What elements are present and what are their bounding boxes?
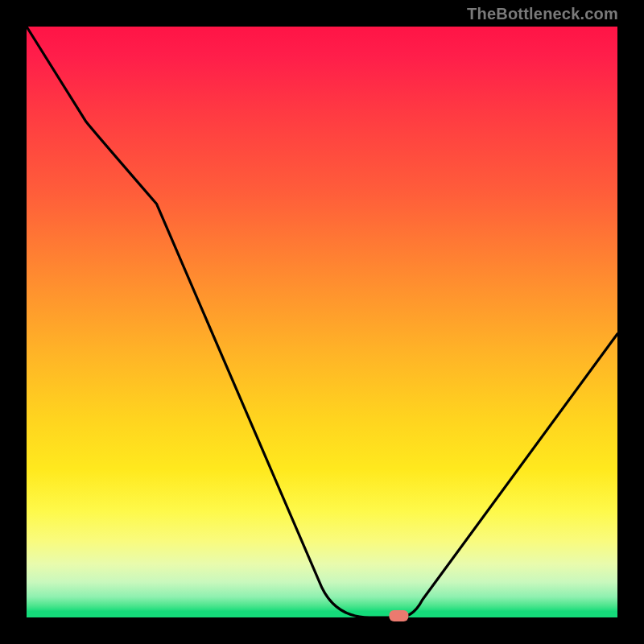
optimal-point-marker — [389, 610, 408, 621]
chart-frame: TheBottleneck.com — [0, 0, 644, 644]
chart-svg — [27, 27, 617, 617]
bottleneck-curve — [27, 27, 617, 617]
plot-area — [27, 27, 617, 617]
watermark-text: TheBottleneck.com — [467, 5, 618, 23]
